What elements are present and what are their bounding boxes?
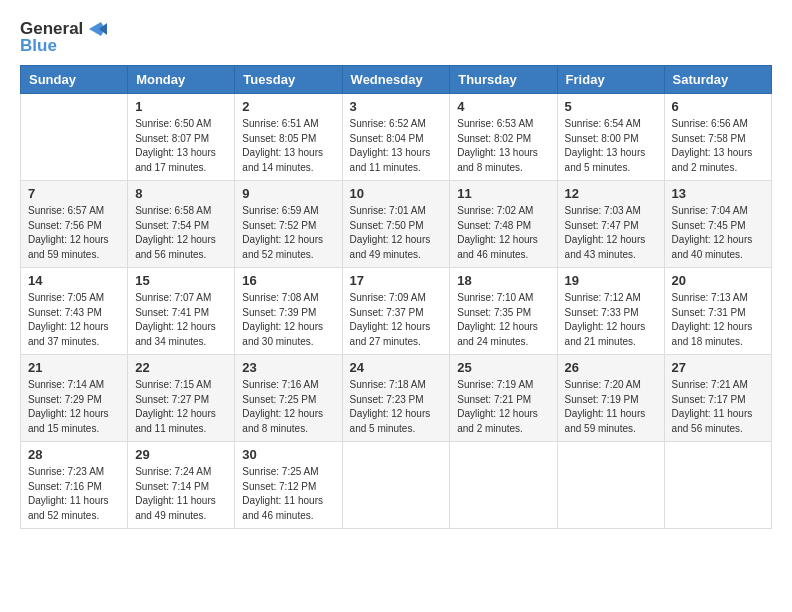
day-number: 27 bbox=[672, 360, 764, 375]
calendar-day-cell: 28Sunrise: 7:23 AMSunset: 7:16 PMDayligh… bbox=[21, 442, 128, 529]
day-info: Sunrise: 7:02 AMSunset: 7:48 PMDaylight:… bbox=[457, 204, 549, 262]
day-number: 17 bbox=[350, 273, 443, 288]
day-info: Sunrise: 6:54 AMSunset: 8:00 PMDaylight:… bbox=[565, 117, 657, 175]
calendar-day-cell: 24Sunrise: 7:18 AMSunset: 7:23 PMDayligh… bbox=[342, 355, 450, 442]
calendar-day-cell: 4Sunrise: 6:53 AMSunset: 8:02 PMDaylight… bbox=[450, 94, 557, 181]
calendar-day-cell: 7Sunrise: 6:57 AMSunset: 7:56 PMDaylight… bbox=[21, 181, 128, 268]
day-number: 24 bbox=[350, 360, 443, 375]
day-info: Sunrise: 6:58 AMSunset: 7:54 PMDaylight:… bbox=[135, 204, 227, 262]
day-number: 6 bbox=[672, 99, 764, 114]
day-number: 21 bbox=[28, 360, 120, 375]
calendar-header-cell: Wednesday bbox=[342, 66, 450, 94]
day-info: Sunrise: 7:12 AMSunset: 7:33 PMDaylight:… bbox=[565, 291, 657, 349]
day-number: 30 bbox=[242, 447, 334, 462]
logo: General Blue bbox=[20, 20, 107, 55]
day-number: 11 bbox=[457, 186, 549, 201]
day-number: 16 bbox=[242, 273, 334, 288]
day-info: Sunrise: 7:25 AMSunset: 7:12 PMDaylight:… bbox=[242, 465, 334, 523]
day-info: Sunrise: 7:14 AMSunset: 7:29 PMDaylight:… bbox=[28, 378, 120, 436]
day-number: 3 bbox=[350, 99, 443, 114]
day-number: 20 bbox=[672, 273, 764, 288]
day-info: Sunrise: 7:08 AMSunset: 7:39 PMDaylight:… bbox=[242, 291, 334, 349]
calendar-header-cell: Friday bbox=[557, 66, 664, 94]
calendar-day-cell: 3Sunrise: 6:52 AMSunset: 8:04 PMDaylight… bbox=[342, 94, 450, 181]
day-info: Sunrise: 7:21 AMSunset: 7:17 PMDaylight:… bbox=[672, 378, 764, 436]
day-number: 5 bbox=[565, 99, 657, 114]
day-number: 23 bbox=[242, 360, 334, 375]
calendar-day-cell: 11Sunrise: 7:02 AMSunset: 7:48 PMDayligh… bbox=[450, 181, 557, 268]
calendar-day-cell bbox=[557, 442, 664, 529]
day-number: 1 bbox=[135, 99, 227, 114]
calendar-week-row: 1Sunrise: 6:50 AMSunset: 8:07 PMDaylight… bbox=[21, 94, 772, 181]
day-info: Sunrise: 6:57 AMSunset: 7:56 PMDaylight:… bbox=[28, 204, 120, 262]
day-number: 12 bbox=[565, 186, 657, 201]
calendar-day-cell: 6Sunrise: 6:56 AMSunset: 7:58 PMDaylight… bbox=[664, 94, 771, 181]
day-info: Sunrise: 7:18 AMSunset: 7:23 PMDaylight:… bbox=[350, 378, 443, 436]
calendar-day-cell bbox=[342, 442, 450, 529]
day-info: Sunrise: 7:20 AMSunset: 7:19 PMDaylight:… bbox=[565, 378, 657, 436]
calendar-day-cell: 13Sunrise: 7:04 AMSunset: 7:45 PMDayligh… bbox=[664, 181, 771, 268]
calendar-day-cell: 16Sunrise: 7:08 AMSunset: 7:39 PMDayligh… bbox=[235, 268, 342, 355]
day-info: Sunrise: 7:09 AMSunset: 7:37 PMDaylight:… bbox=[350, 291, 443, 349]
calendar-day-cell: 26Sunrise: 7:20 AMSunset: 7:19 PMDayligh… bbox=[557, 355, 664, 442]
calendar-day-cell: 12Sunrise: 7:03 AMSunset: 7:47 PMDayligh… bbox=[557, 181, 664, 268]
calendar-day-cell: 20Sunrise: 7:13 AMSunset: 7:31 PMDayligh… bbox=[664, 268, 771, 355]
day-number: 18 bbox=[457, 273, 549, 288]
calendar-day-cell bbox=[664, 442, 771, 529]
calendar-day-cell: 9Sunrise: 6:59 AMSunset: 7:52 PMDaylight… bbox=[235, 181, 342, 268]
calendar-day-cell: 27Sunrise: 7:21 AMSunset: 7:17 PMDayligh… bbox=[664, 355, 771, 442]
calendar-header-cell: Tuesday bbox=[235, 66, 342, 94]
day-info: Sunrise: 6:52 AMSunset: 8:04 PMDaylight:… bbox=[350, 117, 443, 175]
day-number: 14 bbox=[28, 273, 120, 288]
calendar-day-cell: 17Sunrise: 7:09 AMSunset: 7:37 PMDayligh… bbox=[342, 268, 450, 355]
day-info: Sunrise: 6:59 AMSunset: 7:52 PMDaylight:… bbox=[242, 204, 334, 262]
day-info: Sunrise: 6:56 AMSunset: 7:58 PMDaylight:… bbox=[672, 117, 764, 175]
calendar-day-cell: 30Sunrise: 7:25 AMSunset: 7:12 PMDayligh… bbox=[235, 442, 342, 529]
calendar-day-cell: 10Sunrise: 7:01 AMSunset: 7:50 PMDayligh… bbox=[342, 181, 450, 268]
day-info: Sunrise: 7:23 AMSunset: 7:16 PMDaylight:… bbox=[28, 465, 120, 523]
day-number: 25 bbox=[457, 360, 549, 375]
calendar-day-cell bbox=[450, 442, 557, 529]
day-info: Sunrise: 7:24 AMSunset: 7:14 PMDaylight:… bbox=[135, 465, 227, 523]
day-info: Sunrise: 7:19 AMSunset: 7:21 PMDaylight:… bbox=[457, 378, 549, 436]
calendar-day-cell: 23Sunrise: 7:16 AMSunset: 7:25 PMDayligh… bbox=[235, 355, 342, 442]
day-number: 13 bbox=[672, 186, 764, 201]
calendar-body: 1Sunrise: 6:50 AMSunset: 8:07 PMDaylight… bbox=[21, 94, 772, 529]
calendar-day-cell: 14Sunrise: 7:05 AMSunset: 7:43 PMDayligh… bbox=[21, 268, 128, 355]
day-info: Sunrise: 7:15 AMSunset: 7:27 PMDaylight:… bbox=[135, 378, 227, 436]
calendar-header-cell: Saturday bbox=[664, 66, 771, 94]
calendar-day-cell: 22Sunrise: 7:15 AMSunset: 7:27 PMDayligh… bbox=[128, 355, 235, 442]
day-info: Sunrise: 7:13 AMSunset: 7:31 PMDaylight:… bbox=[672, 291, 764, 349]
calendar-day-cell: 18Sunrise: 7:10 AMSunset: 7:35 PMDayligh… bbox=[450, 268, 557, 355]
day-number: 8 bbox=[135, 186, 227, 201]
calendar-day-cell: 29Sunrise: 7:24 AMSunset: 7:14 PMDayligh… bbox=[128, 442, 235, 529]
calendar-day-cell: 8Sunrise: 6:58 AMSunset: 7:54 PMDaylight… bbox=[128, 181, 235, 268]
logo-text: General Blue bbox=[20, 20, 107, 55]
calendar-week-row: 21Sunrise: 7:14 AMSunset: 7:29 PMDayligh… bbox=[21, 355, 772, 442]
calendar-day-cell: 2Sunrise: 6:51 AMSunset: 8:05 PMDaylight… bbox=[235, 94, 342, 181]
day-info: Sunrise: 7:10 AMSunset: 7:35 PMDaylight:… bbox=[457, 291, 549, 349]
day-info: Sunrise: 7:07 AMSunset: 7:41 PMDaylight:… bbox=[135, 291, 227, 349]
header: General Blue bbox=[20, 20, 772, 55]
day-number: 4 bbox=[457, 99, 549, 114]
day-number: 10 bbox=[350, 186, 443, 201]
day-number: 29 bbox=[135, 447, 227, 462]
calendar-day-cell: 15Sunrise: 7:07 AMSunset: 7:41 PMDayligh… bbox=[128, 268, 235, 355]
day-number: 26 bbox=[565, 360, 657, 375]
day-info: Sunrise: 7:16 AMSunset: 7:25 PMDaylight:… bbox=[242, 378, 334, 436]
day-info: Sunrise: 7:03 AMSunset: 7:47 PMDaylight:… bbox=[565, 204, 657, 262]
calendar-header-cell: Monday bbox=[128, 66, 235, 94]
calendar-week-row: 14Sunrise: 7:05 AMSunset: 7:43 PMDayligh… bbox=[21, 268, 772, 355]
logo-arrow-icon bbox=[85, 20, 107, 38]
day-info: Sunrise: 7:04 AMSunset: 7:45 PMDaylight:… bbox=[672, 204, 764, 262]
day-info: Sunrise: 7:01 AMSunset: 7:50 PMDaylight:… bbox=[350, 204, 443, 262]
day-number: 22 bbox=[135, 360, 227, 375]
day-info: Sunrise: 6:50 AMSunset: 8:07 PMDaylight:… bbox=[135, 117, 227, 175]
calendar-day-cell: 25Sunrise: 7:19 AMSunset: 7:21 PMDayligh… bbox=[450, 355, 557, 442]
calendar-day-cell: 19Sunrise: 7:12 AMSunset: 7:33 PMDayligh… bbox=[557, 268, 664, 355]
day-info: Sunrise: 6:51 AMSunset: 8:05 PMDaylight:… bbox=[242, 117, 334, 175]
calendar-week-row: 7Sunrise: 6:57 AMSunset: 7:56 PMDaylight… bbox=[21, 181, 772, 268]
day-number: 9 bbox=[242, 186, 334, 201]
day-number: 19 bbox=[565, 273, 657, 288]
calendar-day-cell: 1Sunrise: 6:50 AMSunset: 8:07 PMDaylight… bbox=[128, 94, 235, 181]
